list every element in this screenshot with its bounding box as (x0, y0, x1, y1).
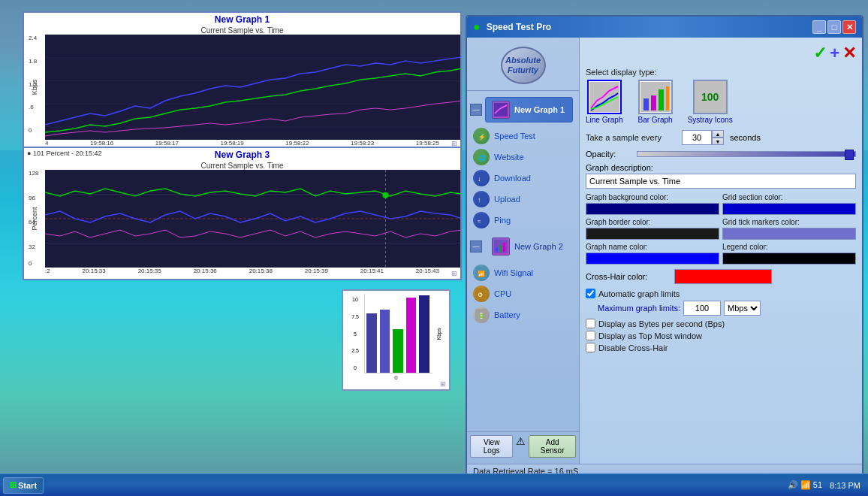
wifi-label: Wifi Signal (494, 268, 533, 277)
svg-text:⚡: ⚡ (478, 133, 486, 141)
sidebar-graph1-item[interactable]: New Graph 1 (485, 97, 573, 122)
svg-text:📶: 📶 (478, 270, 485, 277)
bg-color-swatch[interactable] (586, 203, 719, 215)
graph-desc-input[interactable] (586, 174, 856, 189)
max-limits-input[interactable] (683, 301, 721, 316)
spinner-up-button[interactable]: ▲ (712, 130, 724, 138)
graph2-icon (492, 237, 510, 256)
svg-rect-36 (659, 89, 664, 110)
sample-unit: seconds (730, 133, 761, 142)
bc-y4: 2.5 (351, 348, 359, 353)
bc-y1: 10 (352, 297, 358, 302)
disable-crosshair-row: Disable Cross-Hair (586, 343, 856, 352)
bar3 (393, 329, 403, 373)
sample-rate-input[interactable] (682, 130, 712, 145)
bc-y5: 0 (354, 365, 357, 370)
confirm-button[interactable]: ✓ (813, 44, 827, 63)
sidebar-nav-speedtest[interactable]: ⚡ Speed Test (467, 126, 579, 147)
graph-desc-label: Graph description: (586, 163, 856, 172)
bar-graph-option[interactable]: Bar Graph (637, 80, 672, 124)
svg-text:≈: ≈ (478, 218, 481, 225)
g1-x1: 4 (45, 140, 48, 147)
view-logs-button[interactable]: View Logs (470, 435, 513, 458)
grid-section-swatch[interactable] (722, 203, 856, 215)
auto-limits-checkbox[interactable] (586, 289, 595, 298)
max-limits-row: Maximum graph limits: Mbps Kbps Gbps (598, 301, 856, 316)
line-graph-option[interactable]: Line Graph (586, 80, 622, 124)
taskbar-icons: 🔊 📶 51 (788, 480, 822, 490)
opacity-thumb[interactable] (845, 150, 854, 160)
bar4 (406, 298, 417, 373)
download-label: Download (494, 174, 531, 183)
systray-option[interactable]: 100 Systray Icons (688, 80, 733, 124)
spinner-down-button[interactable]: ▼ (712, 138, 724, 145)
legend-swatch[interactable] (722, 253, 856, 265)
g3-x3: 20:15:35 (138, 268, 161, 274)
graph1-svg (45, 35, 460, 140)
bar1 (366, 313, 377, 373)
topmost-checkbox[interactable] (586, 331, 595, 340)
main-content: ✓ + ✕ Select display type: (580, 38, 862, 464)
spinner-buttons: ▲ ▼ (712, 130, 724, 145)
g3-y1: 128 (29, 170, 38, 177)
g3-x2: 20:15:33 (83, 268, 106, 274)
ping-label: Ping (494, 216, 511, 225)
sample-rate-label: Take a sample every (586, 133, 676, 142)
legend-color-row: Legend color: (722, 243, 856, 265)
grid-tick-swatch[interactable] (722, 228, 856, 240)
g3-x6: 20:15:39 (305, 268, 328, 274)
start-button[interactable]: ⊞ Start (3, 477, 44, 494)
bar-graph-icon-box (638, 80, 673, 114)
cpu-label: CPU (494, 289, 511, 298)
sidebar-graph2-item[interactable]: New Graph 2 (485, 234, 573, 259)
sidebar-nav-upload[interactable]: ↑ Upload (467, 189, 579, 210)
svg-rect-34 (643, 98, 649, 110)
main-panel: ● Speed Test Pro _ □ ✕ Absolute Futurity… (466, 15, 863, 479)
border-color-row: Graph border color: (586, 218, 719, 240)
g1-x7: 19:58:25 (416, 140, 439, 147)
bar5 (419, 295, 429, 373)
g3-y5: 0 (29, 260, 32, 267)
sidebar-nav-cpu[interactable]: ⚙ CPU (467, 283, 579, 304)
bar-graph-label: Bar Graph (637, 116, 672, 124)
ping-nav-icon: ≈ (473, 212, 490, 228)
graph1-icon (492, 101, 510, 119)
sidebar-nav-battery[interactable]: 🔋 Battery (467, 304, 579, 325)
add-button[interactable]: + (830, 44, 839, 63)
svg-text:⚙: ⚙ (478, 292, 483, 298)
minimize-button[interactable]: _ (812, 20, 826, 34)
collapse-graph1-btn[interactable]: — (470, 104, 482, 116)
g3-x5: 20:15:38 (249, 268, 273, 274)
max-limits-unit-select[interactable]: Mbps Kbps Gbps (724, 301, 761, 316)
sidebar-nav-ping[interactable]: ≈ Ping (467, 210, 579, 231)
sidebar-nav-wifi[interactable]: 📶 Wifi Signal (467, 262, 579, 283)
website-nav-icon: 🌐 (473, 149, 490, 165)
panel-body: Absolute Futurity — New Graph 1 (467, 38, 862, 464)
border-color-swatch[interactable] (586, 228, 719, 240)
g3-x7: 20:15:41 (360, 268, 384, 274)
display-type-label: Select display type: (586, 68, 856, 77)
opacity-slider-track[interactable] (637, 151, 856, 157)
display-bps-checkbox[interactable] (586, 319, 595, 328)
sample-rate-row: Take a sample every ▲ ▼ seconds (586, 130, 856, 145)
graph-name-swatch[interactable] (586, 253, 719, 265)
g3-y4: 32 (29, 243, 35, 250)
sidebar-nav-website[interactable]: 🌐 Website (467, 147, 579, 168)
sidebar-graph1-label: New Graph 1 (514, 105, 565, 114)
collapse-graph2-btn[interactable]: — (470, 240, 482, 253)
delete-button[interactable]: ✕ (842, 44, 856, 63)
opacity-label: Opacity: (586, 150, 631, 159)
disable-crosshair-checkbox[interactable] (586, 343, 595, 352)
add-sensor-button[interactable]: Add Sensor (529, 435, 576, 458)
sidebar-nav-download[interactable]: ↓ Download (467, 168, 579, 189)
svg-text:🔋: 🔋 (478, 312, 485, 319)
crosshair-swatch[interactable] (674, 269, 772, 284)
g1-x6: 19:58:23 (351, 140, 374, 147)
graph2-bar-window: 10 7.5 5 2.5 0 Kbps 0 ⊞ (342, 289, 451, 391)
close-button[interactable]: ✕ (842, 20, 856, 34)
maximize-button[interactable]: □ (827, 20, 841, 34)
svg-text:↓: ↓ (478, 175, 481, 183)
download-nav-icon: ↓ (473, 170, 490, 186)
bg-color-row: Graph background color: (586, 193, 719, 215)
svg-text:↑: ↑ (478, 196, 481, 204)
